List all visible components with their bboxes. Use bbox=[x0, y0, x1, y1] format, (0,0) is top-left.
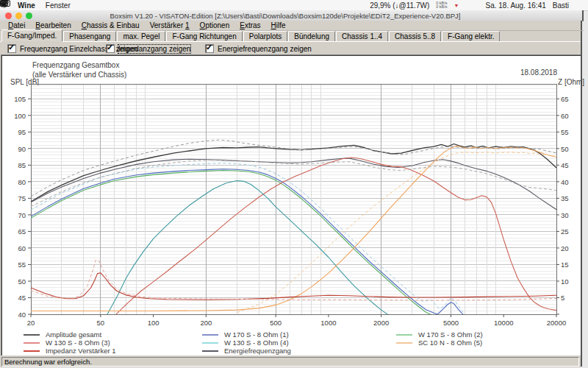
y-left-tick-70: 70 bbox=[18, 211, 26, 219]
legend-swatch bbox=[24, 342, 40, 344]
menubar-username[interactable]: Basti bbox=[553, 1, 569, 10]
legend-label: Amplitude gesamt bbox=[46, 330, 101, 339]
x-tick-20000: 20000 bbox=[542, 319, 571, 327]
legend-swatch bbox=[24, 334, 40, 336]
tab-polarplots[interactable]: Polarplots bbox=[243, 31, 287, 41]
check-mark-icon: ✓ bbox=[107, 43, 113, 52]
legend-item-impedanz-verst-rker-1: Impedanz Verstärker 1 bbox=[24, 347, 116, 355]
checkbox-box[interactable]: ✓ bbox=[106, 44, 115, 53]
x-tick-500: 500 bbox=[261, 319, 290, 327]
tab-max-pegel[interactable]: max. Pegel bbox=[117, 31, 165, 41]
checkbox-row: ✓Frequenzgang Einzelchassis zeigen✓Imped… bbox=[0, 42, 581, 54]
macos-menu-bar: Wine Fenster 29,9% (↓@11.7W) 0 kB/s 0 kB… bbox=[0, 0, 588, 11]
battery-status-text: 29,9% (↓@11.7W) bbox=[370, 1, 429, 10]
tab-f-gang-elektr-[interactable]: F-Gang elektr. bbox=[442, 31, 500, 41]
legend-label: Impedanz Verstärker 1 bbox=[46, 347, 116, 355]
checkbox-box[interactable]: ✓ bbox=[205, 44, 214, 53]
screen: Wine Fenster 29,9% (↓@11.7W) 0 kB/s 0 kB… bbox=[0, 0, 588, 368]
y-left-tick-90: 90 bbox=[18, 145, 26, 153]
y-right-tick-15: 15 bbox=[561, 261, 569, 269]
legend-item-sc-10-n-8-ohm-5-: SC 10 N - 8 Ohm (5) bbox=[396, 339, 483, 347]
legend-swatch bbox=[202, 350, 218, 352]
y-right-tick-55: 55 bbox=[561, 128, 569, 136]
status-message: Berechnung war erfolgreich. bbox=[1, 357, 579, 367]
y-left-tick-105: 105 bbox=[14, 95, 26, 103]
y-right-tick-10: 10 bbox=[561, 277, 569, 286]
menu-bearbeiten[interactable]: Bearbeiten bbox=[30, 21, 76, 29]
x-tick-20: 20 bbox=[16, 319, 46, 327]
menu-verst-rker-1[interactable]: Verstärker 1 bbox=[145, 21, 195, 29]
window-title-bar[interactable]: Boxsim V1.20 - VISATON-Edition [Z:\Users… bbox=[0, 10, 584, 21]
y-right-tick-50: 50 bbox=[561, 145, 569, 153]
menu-chassis-einbau[interactable]: Chassis & Einbau bbox=[76, 21, 145, 29]
checkbox-label: Impedanzgang zeigen bbox=[118, 45, 190, 53]
check-mark-icon: ✓ bbox=[206, 43, 212, 52]
y-right-tick-20: 20 bbox=[561, 244, 569, 252]
checkbox-box[interactable]: ✓ bbox=[7, 44, 16, 53]
network-meter-icon[interactable]: 0 kB/s 0 kB/s bbox=[436, 1, 447, 9]
checkbox-energiefrequenzgang-zeigen[interactable]: ✓Energiefrequenzgang zeigen bbox=[205, 44, 312, 53]
legend-label: W 130 S - 8 Ohm (3) bbox=[46, 339, 110, 347]
legend-column-2: W 170 S - 8 Ohm (1)W 130 S - 8 Ohm (4)En… bbox=[202, 330, 291, 355]
menu-hilfe[interactable]: Hilfe bbox=[266, 21, 291, 29]
y-right-tick-45: 45 bbox=[561, 161, 569, 169]
y-left-tick-40: 40 bbox=[18, 311, 26, 319]
y-left-tick-50: 50 bbox=[18, 277, 26, 286]
menu-datei[interactable]: Datei bbox=[3, 21, 30, 29]
y-right-tick-30: 30 bbox=[561, 211, 569, 219]
y-right-tick-40: 40 bbox=[561, 178, 569, 186]
legend-column-3: W 170 S - 8 Ohm (2)SC 10 N - 8 Ohm (5) bbox=[396, 330, 483, 347]
tab-f-gang-imped-[interactable]: F-Gang/Imped. bbox=[1, 29, 62, 41]
y-right-tick-25: 25 bbox=[561, 227, 569, 236]
y-left-tick-100: 100 bbox=[14, 112, 26, 120]
tab-phasengang[interactable]: Phasengang bbox=[63, 31, 116, 41]
legend-label: W 170 S - 8 Ohm (2) bbox=[418, 330, 483, 339]
x-tick-100: 100 bbox=[139, 319, 168, 327]
y-left-tick-55: 55 bbox=[18, 261, 26, 269]
boxsim-window: DateiBearbeitenChassis & EinbauVerstärke… bbox=[0, 21, 582, 367]
series-w-130-s-8-ohm-3- bbox=[115, 158, 556, 316]
window-title: Boxsim V1.20 - VISATON-Edition [Z:\Users… bbox=[32, 12, 538, 20]
x-tick-50: 50 bbox=[86, 319, 115, 327]
plot-area bbox=[1, 55, 581, 355]
close-window-button[interactable] bbox=[5, 13, 12, 19]
y-left-tick-95: 95 bbox=[18, 128, 26, 136]
y-right-tick-5: 5 bbox=[561, 294, 564, 302]
tab-chassis-1-4[interactable]: Chassis 1..4 bbox=[336, 31, 388, 41]
legend-swatch bbox=[202, 342, 218, 344]
legend-label: SC 10 N - 8 Ohm (5) bbox=[418, 339, 482, 347]
x-tick-10000: 10000 bbox=[489, 319, 518, 327]
tab-b-ndelung[interactable]: Bündelung bbox=[288, 31, 335, 41]
legend-label: W 170 S - 8 Ohm (1) bbox=[224, 330, 289, 339]
y-left-tick-80: 80 bbox=[18, 178, 26, 186]
legend-item-energiefrequenzgang: Energiefrequenzgang bbox=[202, 347, 291, 355]
y-left-tick-75: 75 bbox=[18, 194, 26, 202]
tab-f-gang-richtungen[interactable]: F-Gang Richtungen bbox=[166, 31, 242, 41]
tab-chassis-5-8[interactable]: Chassis 5..8 bbox=[389, 31, 441, 41]
zoom-window-button[interactable] bbox=[26, 13, 32, 19]
macos-app-menu[interactable]: Wine bbox=[18, 1, 35, 10]
legend-item-w-170-s-8-ohm-2-: W 170 S - 8 Ohm (2) bbox=[396, 330, 483, 339]
legend-label: W 130 S - 8 Ohm (4) bbox=[224, 339, 289, 347]
status-bar: Berechnung war erfolgreich. bbox=[0, 355, 581, 367]
menu-optionen[interactable]: Optionen bbox=[195, 21, 235, 29]
legend-swatch bbox=[202, 334, 218, 336]
y-left-tick-65: 65 bbox=[18, 227, 26, 236]
x-tick-1000: 1000 bbox=[314, 319, 343, 327]
network-arrow-icon: ▼ bbox=[454, 3, 459, 8]
legend-swatch bbox=[24, 350, 40, 352]
menu-extras[interactable]: Extras bbox=[234, 21, 265, 29]
net-down-rate: 0 kB/s bbox=[436, 5, 447, 9]
frequency-response-chart: Frequenzgang Gesamtbox (alle Verstärker … bbox=[1, 54, 581, 356]
legend-item-w-130-s-8-ohm-4-: W 130 S - 8 Ohm (4) bbox=[202, 339, 291, 347]
checkbox-impedanzgang-zeigen[interactable]: ✓Impedanzgang zeigen bbox=[106, 44, 190, 53]
y-left-tick-85: 85 bbox=[18, 161, 26, 169]
legend-column-1: Amplitude gesamtW 130 S - 8 Ohm (3)Imped… bbox=[24, 330, 116, 355]
legend-item-amplitude-gesamt: Amplitude gesamt bbox=[24, 330, 116, 339]
legend-label: Energiefrequenzgang bbox=[224, 347, 291, 355]
menubar-clock[interactable]: Sa. 18. Aug. 16:41 bbox=[485, 1, 545, 10]
macos-menu-fenster[interactable]: Fenster bbox=[46, 1, 71, 10]
minimize-window-button[interactable] bbox=[15, 13, 22, 19]
legend-item-w-170-s-8-ohm-1-: W 170 S - 8 Ohm (1) bbox=[202, 330, 291, 339]
menu-bar: DateiBearbeitenChassis & EinbauVerstärke… bbox=[0, 21, 584, 31]
